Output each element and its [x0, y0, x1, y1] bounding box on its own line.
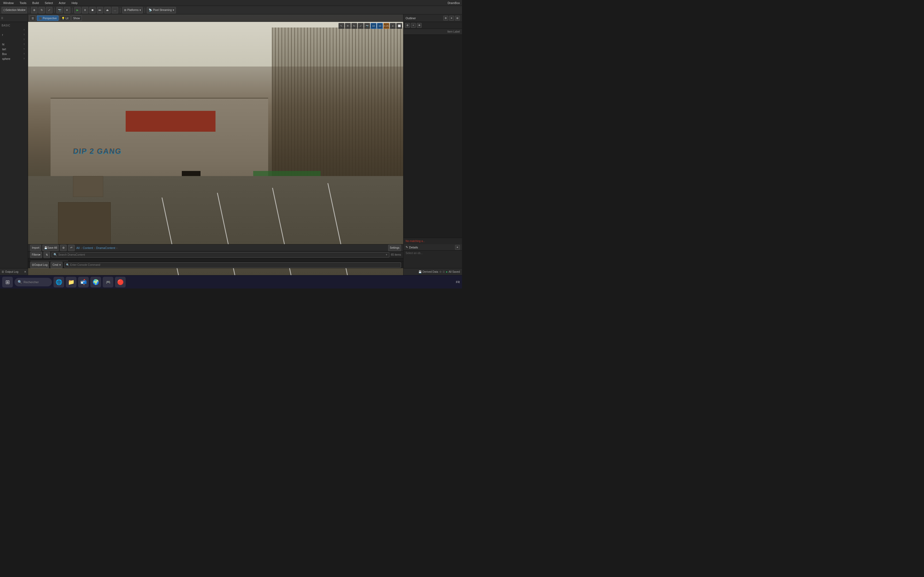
breadcrumb-drama[interactable]: DramaContent [96, 246, 115, 250]
transform-btn[interactable]: ⊕ [31, 7, 37, 13]
taskbar: ⊞ 🔍 Rechercher 🌐 📁 📬 🌍 🎮 🔴 FR [0, 275, 462, 288]
vp-ctrl-select[interactable]: ↖ [338, 23, 344, 29]
taskbar-browser[interactable]: 🌍 [90, 277, 101, 287]
panel-item-help-2[interactable]: ? [23, 38, 26, 41]
graffiti-text: DIP 2 GANG [73, 147, 122, 155]
scene-background: DIP 2 GANG [28, 15, 403, 275]
panel-item-help-box[interactable]: ? [23, 52, 26, 56]
menu-actor[interactable]: Actor [58, 1, 67, 5]
panel-item-2[interactable]: ? [1, 37, 27, 42]
show-btn[interactable]: Show [71, 16, 82, 21]
items-count: 65 items [391, 253, 401, 256]
panel-item-sphere[interactable]: sphere ? [1, 56, 27, 61]
vp-ctrl-translate[interactable]: ✛ [345, 23, 351, 29]
eject-btn[interactable]: ⏏ [104, 7, 111, 13]
item-label-column: Item Label [447, 30, 460, 33]
vp-ctrl-num2[interactable]: 10 [377, 23, 383, 29]
scale-btn[interactable]: ⤢ [46, 7, 52, 13]
perspective-btn[interactable]: 🎥 Perspective [37, 16, 58, 21]
pixel-streaming-dropdown[interactable]: 📡 Pixel Streaming ▾ [147, 7, 176, 13]
outliner-visibility-btn[interactable]: 👁 [417, 23, 422, 28]
taskbar-epic[interactable]: 🎮 [103, 277, 113, 287]
outliner-content[interactable] [404, 35, 462, 238]
camera-btn[interactable]: 📷 [57, 7, 63, 13]
vp-ctrl-num3[interactable]: 4 [390, 23, 396, 29]
settings-icon-btn[interactable]: ⚙ [60, 245, 66, 251]
close-output-log[interactable]: ✕ [24, 270, 26, 273]
viewport[interactable]: ☰ 🎥 Perspective 💡 Lit Show ↖ ✛ ↻ ⤢ 📷 10 … [28, 15, 403, 275]
settings-btn[interactable]: Settings [388, 245, 401, 251]
breadcrumb-all[interactable]: All [76, 246, 79, 250]
search-dropdown-btn[interactable]: ▾ [386, 253, 388, 256]
panel-item-help-4[interactable]: ? [23, 48, 26, 51]
rotate-btn[interactable]: ↻ [39, 7, 45, 13]
panel-item-box[interactable]: Box ? [1, 52, 27, 56]
output-log-tab[interactable]: ☰ Output Log [30, 262, 49, 268]
search-icon-2: 🔍 [66, 263, 69, 266]
lit-btn[interactable]: 💡 Lit [60, 16, 70, 21]
panel-item-label-1: r [2, 34, 3, 36]
taskbar-search-label: Rechercher [24, 280, 39, 284]
more-options[interactable]: … [112, 7, 118, 13]
details-title: Details [409, 246, 418, 249]
panel-item-help-sphere[interactable]: ? [23, 57, 26, 60]
vp-ctrl-num1[interactable]: 10 [371, 23, 376, 29]
save-all-btn[interactable]: 💾 Save All [42, 245, 58, 251]
taskbar-right: FR [456, 280, 460, 284]
search-input[interactable] [58, 253, 385, 256]
outliner-add-btn[interactable]: + [411, 23, 416, 28]
cursor-icon: ⬡ [3, 8, 6, 11]
outliner-header: Outliner ⚙ ✕ ⊞ [404, 15, 462, 22]
menu-tools[interactable]: Tools [18, 1, 27, 5]
vp-ctrl-speed[interactable]: 0.25 [383, 23, 389, 29]
vp-ctrl-camera[interactable]: 📷 [364, 23, 370, 29]
taskbar-chrome[interactable]: 🔴 [115, 277, 126, 287]
taskbar-globe[interactable]: 🌐 [53, 277, 64, 287]
outliner-search-btn[interactable]: ⚙ [405, 23, 410, 28]
panel-item-0[interactable]: ? [1, 27, 27, 32]
filters-dropdown[interactable]: Filters ▾ [30, 251, 42, 258]
menu-select[interactable]: Select [44, 1, 54, 5]
panel-item-help-0[interactable]: ? [23, 28, 26, 32]
panel-item-1[interactable]: r ? [1, 32, 27, 37]
toolbar-sep-3 [72, 8, 73, 13]
panel-item-4[interactable]: tart ? [1, 47, 27, 52]
breadcrumb: All › Content › DramaContent › [76, 246, 386, 250]
skip-btn[interactable]: ⏭ [97, 7, 103, 13]
platforms-dropdown[interactable]: ⊞ Platforms ▾ [122, 7, 143, 13]
play-btn[interactable]: ▶ [74, 7, 81, 13]
panel-item-help-3[interactable]: ? [23, 43, 26, 46]
output-log-icon: ☰ [2, 270, 4, 273]
selection-mode-dropdown[interactable]: ⬡ Selection Mode ▾ [2, 7, 27, 13]
history-btn[interactable]: ↶ [68, 245, 74, 251]
vp-ctrl-scale[interactable]: ⤢ [358, 23, 363, 29]
panel-item-3[interactable]: ht ? [1, 42, 27, 47]
sort-btn[interactable]: ⇅ [44, 251, 50, 258]
camera-dropdown[interactable]: ▾ [64, 7, 70, 13]
stop-btn[interactable]: ⏹ [89, 7, 96, 13]
taskbar-search-bar[interactable]: 🔍 Rechercher [15, 278, 52, 286]
pause-btn[interactable]: ⏸ [82, 7, 88, 13]
import-btn[interactable]: Import [30, 245, 41, 251]
breadcrumb-content[interactable]: Content [82, 246, 93, 250]
start-btn[interactable]: ⊞ [2, 277, 13, 287]
details-close-btn[interactable]: ✕ [455, 245, 460, 250]
vp-ctrl-maximize[interactable]: ⬜ [396, 23, 402, 29]
vp-ctrl-rotate[interactable]: ↻ [351, 23, 357, 29]
outliner-filter-btn[interactable]: ⚙ [443, 16, 448, 21]
content-browser-toolbar: Filters ▾ ⇅ 🔍 ▾ 65 items [28, 251, 403, 258]
viewport-menu-btn[interactable]: ☰ [30, 16, 36, 21]
menu-help[interactable]: Help [71, 1, 79, 5]
outliner-expand-btn[interactable]: ⊞ [455, 16, 460, 21]
panel-item-label-sphere: sphere [2, 57, 10, 60]
menu-build[interactable]: Build [31, 1, 40, 5]
taskbar-folder[interactable]: 📁 [66, 277, 76, 287]
outliner-close-btn[interactable]: ✕ [449, 16, 454, 21]
menu-window[interactable]: Window [2, 1, 15, 5]
cmd-dropdown[interactable]: Cmd ▾ [50, 262, 62, 268]
panel-item-help-1[interactable]: ? [23, 33, 26, 36]
derived-data-icon: 💾 [418, 270, 422, 273]
status-bar: 💾 Derived Data ⚙ ☰ ● All Saved [403, 268, 462, 275]
taskbar-mail[interactable]: 📬 [78, 277, 89, 287]
console-input[interactable] [70, 263, 399, 266]
